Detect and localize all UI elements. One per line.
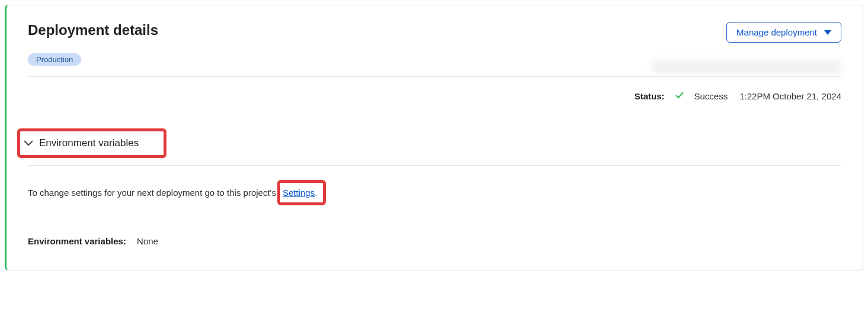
manage-deployment-label: Manage deployment xyxy=(736,27,817,37)
settings-link[interactable]: Settings xyxy=(283,188,315,198)
caret-down-icon xyxy=(824,30,831,35)
status-row: Status: Success 1:22PM October 21, 2024 xyxy=(28,90,841,102)
env-vars-value-row: Environment variables: None xyxy=(28,236,841,246)
divider xyxy=(28,76,841,77)
checkmark-icon xyxy=(674,90,685,102)
highlight-annotation-2: Settings. xyxy=(277,180,326,205)
chevron-down-icon xyxy=(24,140,33,146)
divider xyxy=(28,165,841,166)
help-text-row: To change settings for your next deploym… xyxy=(28,180,841,205)
env-vars-value: None xyxy=(137,236,158,246)
deployment-url-blurred xyxy=(652,60,841,74)
environment-variables-toggle[interactable]: Environment variables xyxy=(20,131,142,155)
status-timestamp: 1:22PM October 21, 2024 xyxy=(739,91,841,101)
highlight-annotation-1: Environment variables xyxy=(17,128,166,158)
environment-badge: Production xyxy=(28,53,81,66)
header-row: Deployment details Manage deployment xyxy=(28,22,841,43)
status-value: Success xyxy=(694,91,728,101)
deployment-details-panel: Deployment details Manage deployment Pro… xyxy=(5,5,863,270)
env-vars-label: Environment variables: xyxy=(28,236,126,246)
page-title: Deployment details xyxy=(28,22,158,38)
manage-deployment-button[interactable]: Manage deployment xyxy=(726,22,841,43)
help-text-suffix: . xyxy=(315,188,317,198)
env-vars-section-title: Environment variables xyxy=(39,137,139,149)
status-label: Status: xyxy=(635,91,665,101)
help-text-prefix: To change settings for your next deploym… xyxy=(28,188,276,198)
